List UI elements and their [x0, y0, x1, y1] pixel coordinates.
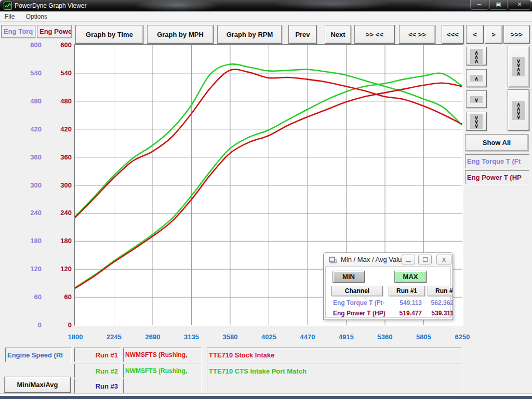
channel-eng-power-label: Eng Power T (HP — [467, 174, 522, 181]
torque-axis-tick-120: 120 — [19, 265, 42, 273]
chevrons-expand-icon: ∧ ∧ ∨ ∨ — [512, 101, 525, 120]
scroll-far-right-button[interactable]: >>> — [503, 25, 530, 44]
rpm-axis-tick-6250: 6250 — [446, 333, 479, 341]
rpm-axis-tick-2245: 2245 — [98, 333, 131, 341]
power-axis-tick-180: 180 — [49, 237, 72, 245]
menu-item-options[interactable]: Options — [21, 11, 52, 22]
minmax-window-icon — [329, 257, 337, 263]
graph-by-mph-button[interactable]: Graph by MPH — [147, 25, 214, 44]
run3-label-box[interactable]: Run #3 — [74, 379, 121, 393]
rpm-axis-tick-4025: 4025 — [252, 333, 286, 341]
power-axis-tick-480: 480 — [49, 97, 72, 105]
power-axis-tick-420: 420 — [49, 125, 72, 134]
column-header-channel[interactable]: Channel — [331, 286, 383, 296]
power-axis-tick-240: 240 — [49, 209, 72, 217]
run3-file-box — [123, 379, 202, 393]
tab-eng-power-label: Eng Powe — [39, 28, 72, 35]
tab-eng-power-axis[interactable]: Eng Powe — [37, 25, 72, 38]
minimize-icon — [406, 261, 411, 262]
run2-description-box: TTE710 CTS Intake Port Match — [207, 364, 461, 378]
column-header-run2[interactable]: Run #2 — [428, 286, 453, 296]
minmax-values-window[interactable]: Min / Max / Avg Valu... X MIN MAX Channe… — [323, 252, 453, 320]
show-all-button[interactable]: Show All — [465, 134, 528, 151]
x-axis-channel-box: Engine Speed (RI — [5, 348, 72, 362]
power-axis-tick-0: 0 — [49, 321, 72, 329]
close-icon: X — [442, 257, 446, 263]
minmax-maximize-button[interactable] — [418, 255, 432, 264]
run1-label-box[interactable]: Run #1 — [74, 348, 121, 362]
zoom-in-vertical-button[interactable]: ∨ ∨ ∧ ∧ — [508, 46, 529, 87]
zoom-out-vertical-button[interactable]: ∧ ∧ ∨ ∨ — [508, 89, 529, 131]
torque-axis-tick-540: 540 — [19, 69, 42, 77]
scroll-down-button[interactable]: ∨ — [466, 90, 487, 108]
minimize-button[interactable]: ─ — [470, 0, 488, 10]
rpm-axis-tick-4915: 4915 — [330, 333, 363, 341]
scroll-up-fast-button[interactable]: ∧ ∧ ∧ — [466, 47, 487, 65]
torque-axis-tick-480: 480 — [19, 97, 42, 105]
power-axis-tick-360: 360 — [49, 153, 72, 162]
run3-description-box — [207, 379, 461, 393]
tab-eng-torque-axis[interactable]: Eng Torq — [1, 25, 35, 38]
rpm-axis-tick-3580: 3580 — [214, 333, 247, 341]
minmax-window-title: Min / Max / Avg Valu... — [341, 256, 407, 263]
max-toggle-button[interactable]: MAX — [394, 271, 427, 283]
menu-bar: File Options — [0, 11, 532, 22]
torque-axis-tick-240: 240 — [19, 209, 42, 217]
title-bar[interactable]: PowerDyne Graph Viewer ─ ▣ ✕ — [0, 0, 532, 11]
torque-axis-tick-0: 0 — [19, 321, 42, 329]
next-button[interactable]: Next — [325, 25, 351, 44]
power-axis-tick-300: 300 — [49, 181, 72, 190]
row-torque-run1-max: 549.113 — [389, 299, 422, 307]
triple-chevron-down-icon: ∨ ∨ ∨ — [470, 114, 483, 129]
torque-axis-tick-420: 420 — [19, 125, 42, 134]
tab-eng-torque-label: Eng Torq — [4, 28, 33, 35]
scroll-up-button[interactable]: ∧ — [466, 69, 487, 87]
torque-axis-tick-180: 180 — [19, 237, 42, 245]
minmaxavg-button[interactable]: Min/Max/Avg — [4, 377, 71, 393]
zoom-out-horizontal-button[interactable]: << >> — [399, 25, 435, 44]
graph-by-rpm-button[interactable]: Graph by RPM — [217, 25, 282, 44]
restore-button[interactable]: ▣ — [489, 0, 508, 10]
menu-item-file[interactable]: File — [0, 11, 19, 22]
chevron-down-icon: ∨ — [470, 96, 483, 103]
chevrons-collapse-icon: ∨ ∨ ∧ ∧ — [512, 57, 525, 76]
scroll-left-button[interactable]: < — [466, 25, 484, 44]
scroll-down-fast-button[interactable]: ∨ ∨ ∨ — [466, 112, 487, 131]
zoom-in-horizontal-button[interactable]: >> << — [354, 25, 395, 44]
channel-eng-torque-box[interactable]: Eng Torque T (Ft — [465, 154, 529, 168]
rpm-axis-tick-5805: 5805 — [407, 333, 441, 341]
minmax-window-titlebar[interactable]: Min / Max / Avg Valu... X — [324, 253, 453, 267]
row-torque-run2-max: 562.362 — [428, 299, 453, 307]
power-axis-tick-540: 540 — [49, 69, 72, 77]
power-axis-tick-600: 600 — [49, 41, 72, 49]
scroll-right-button[interactable]: > — [485, 25, 502, 44]
torque-axis-tick-300: 300 — [19, 181, 42, 190]
column-header-run1[interactable]: Run #1 — [389, 286, 425, 296]
run1-description-box: TTE710 Stock Intake — [207, 348, 461, 362]
channel-eng-power-box[interactable]: Eng Power T (HP — [465, 170, 529, 184]
row-power-run1-max: 519.477 — [389, 310, 422, 317]
power-axis-tick-60: 60 — [49, 293, 72, 301]
row-power-run2-max: 539.311 — [428, 310, 453, 317]
run1-file-box: NWMSFTS (Rushing, — [123, 348, 202, 362]
graph-by-time-button[interactable]: Graph by Time — [75, 25, 143, 44]
torque-axis-tick-360: 360 — [19, 153, 42, 162]
minmax-window-body: MIN MAX Channel Run #1 Run #2 Eng Torque… — [325, 267, 451, 318]
close-button[interactable]: ✕ — [509, 0, 530, 10]
rpm-axis-tick-1800: 1800 — [59, 333, 92, 341]
prev-button[interactable]: Prev — [288, 25, 317, 44]
channel-eng-torque-label: Eng Torque T (Ft — [467, 157, 521, 165]
torque-axis-tick-60: 60 — [19, 293, 42, 301]
minmax-minimize-button[interactable] — [402, 255, 415, 264]
x-axis-channel-label: Engine Speed (RI — [7, 351, 63, 359]
app-icon — [4, 2, 12, 10]
curve-eng-torque-t-run-2-tte710-cts-intake-port-match — [75, 64, 462, 217]
minmax-close-button[interactable]: X — [436, 255, 451, 264]
scroll-far-left-button[interactable]: <<< — [442, 25, 464, 44]
min-toggle-button[interactable]: MIN — [332, 271, 365, 283]
run2-label-box[interactable]: Run #2 — [74, 364, 121, 378]
triple-chevron-up-icon: ∧ ∧ ∧ — [470, 49, 483, 64]
rpm-axis-tick-5360: 5360 — [368, 333, 402, 341]
rpm-axis-tick-4470: 4470 — [291, 333, 324, 341]
window-bottom-frame — [0, 396, 532, 399]
